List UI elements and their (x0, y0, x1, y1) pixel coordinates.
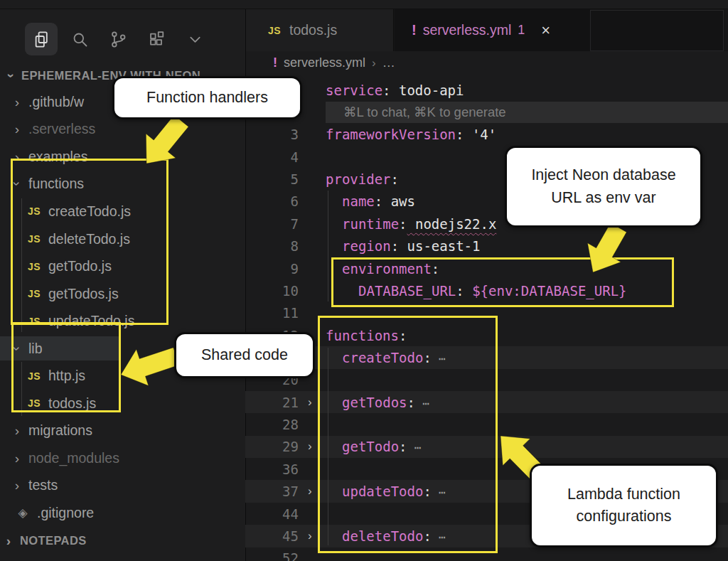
item-label: tests (28, 477, 58, 493)
code-line-28[interactable]: 28 (245, 413, 728, 435)
line-number: 9 (245, 261, 299, 277)
line-number: 44 (245, 506, 299, 522)
code-line-13[interactable]: 13createTodo:⋯ (245, 346, 728, 368)
item-label: NOTEPADS (20, 534, 87, 547)
callout-lambda-configs: Lambda function configurations (530, 464, 718, 547)
code-line-20[interactable]: 20 (245, 369, 728, 391)
js-file-icon: JS (26, 316, 43, 327)
line-number: 45 (245, 528, 299, 544)
sidebar-section-outline[interactable]: ›OUTLINE (0, 554, 245, 561)
editor-tab-bar: JS todos.js ! serverless.yml 1 × (246, 9, 728, 51)
vscode-window: › EPHEMERAL-ENV-WITH-NEON ›.github/w›.se… (0, 0, 728, 561)
callout-text: URL as env var (551, 187, 655, 209)
tree-item-updatetodo-js[interactable]: JSupdateTodo.js (0, 307, 245, 335)
extensions-icon[interactable] (140, 23, 173, 55)
tree-item-functions[interactable]: ›functions (0, 171, 245, 198)
tree-item-tests[interactable]: ›tests (0, 472, 245, 500)
yaml-colon: : (432, 261, 439, 277)
js-file-icon: JS (266, 25, 283, 36)
tree-item-todos-js[interactable]: JStodos.js (0, 390, 245, 417)
yaml-colon: : (375, 193, 382, 209)
tree-item--serverless[interactable]: ›.serverless (0, 116, 245, 144)
code-text: createTodo:⋯ (342, 350, 445, 365)
ai-hint-text: ⌘L to chat, ⌘K to generate (326, 105, 506, 120)
code-line-52[interactable]: 52 (245, 547, 728, 561)
tab-todos-js[interactable]: JS todos.js (246, 9, 394, 51)
fold-chevron-icon[interactable]: › (308, 395, 312, 410)
yaml-colon: : (399, 439, 407, 454)
chevron-down-icon[interactable] (178, 23, 211, 55)
source-control-icon[interactable] (102, 23, 134, 55)
yaml-key: createTodo (342, 350, 423, 365)
tree-item-node-modules[interactable]: ›node_modules (0, 444, 245, 472)
code-line-2[interactable]: 2⌘L to chat, ⌘K to generate (245, 101, 728, 123)
code-line-3[interactable]: 3frameworkVersion: '4' (245, 124, 728, 146)
folded-code-icon[interactable]: ⋯ (422, 397, 429, 410)
tree-item-gettodos-js[interactable]: JSgetTodos.js (0, 280, 245, 308)
js-file-icon: JS (26, 233, 43, 245)
yaml-colon: : (382, 82, 390, 98)
tree-item-createtodo-js[interactable]: JScreateTodo.js (0, 198, 245, 225)
chevron-expanded-icon: › (11, 343, 24, 354)
tab-serverless-yml[interactable]: ! serverless.yml 1 × (395, 9, 590, 51)
code-line-10[interactable]: 10DATABASE_URL: ${env:DATABASE_URL} (245, 279, 728, 301)
js-file-icon: JS (26, 205, 43, 217)
code-line-1[interactable]: 1service: todo-api (245, 79, 728, 101)
yaml-file-icon: ! (273, 55, 277, 70)
yaml-colon: : (391, 238, 399, 254)
code-line-21[interactable]: 21›getTodos:⋯ (245, 391, 728, 413)
item-label: updateTodo.js (48, 313, 134, 329)
breadcrumb-ellipsis[interactable]: … (382, 55, 395, 70)
fold-chevron-icon[interactable]: › (308, 529, 312, 543)
chevron-collapsed-icon: › (11, 150, 23, 164)
js-file-icon: JS (26, 370, 43, 382)
line-number: 4 (245, 149, 299, 165)
breadcrumb-file[interactable]: serverless.yml (284, 55, 365, 70)
explorer-icon[interactable] (25, 23, 58, 55)
code-text: service: todo-api (326, 82, 464, 98)
code-text: runtime: nodejs22.x (342, 216, 496, 232)
tree-item--gitignore[interactable]: ◈.gitignore (0, 499, 245, 527)
yaml-key: environment (342, 261, 432, 277)
indent-guide (328, 191, 328, 301)
code-line-29[interactable]: 29›getTodo:⋯ (245, 436, 728, 458)
js-file-icon: JS (26, 397, 43, 409)
item-label: functions (28, 176, 84, 192)
tree-item-examples[interactable]: ›examples (0, 143, 245, 171)
breadcrumb[interactable]: ! serverless.yml › … (246, 51, 728, 75)
item-label: node_modules (28, 450, 119, 466)
fold-chevron-icon[interactable]: › (308, 439, 312, 454)
chevron-collapsed-icon: › (11, 479, 23, 492)
item-label: examples (28, 149, 87, 165)
yaml-key: region (342, 238, 391, 254)
yaml-key: runtime (342, 216, 399, 232)
folded-code-icon[interactable]: ⋯ (439, 530, 446, 544)
sidebar-section-notepads[interactable]: ›NOTEPADS (0, 527, 245, 555)
title-bar (0, 0, 728, 9)
yaml-value: todo-api (391, 82, 464, 98)
folded-code-icon[interactable]: ⋯ (414, 441, 422, 454)
item-label: todos.js (48, 395, 96, 412)
tree-item-deletetodo-js[interactable]: JSdeleteTodo.js (0, 225, 245, 253)
chevron-collapsed-icon: › (11, 424, 23, 437)
folded-code-icon[interactable]: ⋯ (439, 486, 446, 499)
chevron-collapsed-icon: › (11, 95, 23, 109)
tree-item-gettodo-js[interactable]: JSgetTodo.js (0, 252, 245, 280)
yaml-file-icon: ! (412, 22, 417, 38)
code-line-9[interactable]: 9environment: (245, 257, 728, 279)
line-number: 5 (245, 171, 299, 187)
search-icon[interactable] (63, 23, 96, 55)
callout-shared-code: Shared code (174, 332, 315, 378)
code-line-12[interactable]: 12functions: (245, 324, 728, 346)
fold-chevron-icon[interactable]: › (308, 484, 312, 498)
close-tab-icon[interactable]: × (541, 21, 550, 40)
activity-bar (25, 21, 211, 57)
tree-item-migrations[interactable]: ›migrations (0, 417, 245, 445)
code-line-11[interactable]: 11 (245, 302, 728, 324)
folded-code-icon[interactable]: ⋯ (439, 352, 446, 365)
yaml-key: service (326, 82, 382, 98)
callout-text: Inject Neon database (531, 164, 675, 186)
tab-label: todos.js (289, 22, 337, 38)
line-number: 28 (245, 417, 299, 432)
code-line-8[interactable]: 8region: us-east-1 (245, 235, 728, 257)
